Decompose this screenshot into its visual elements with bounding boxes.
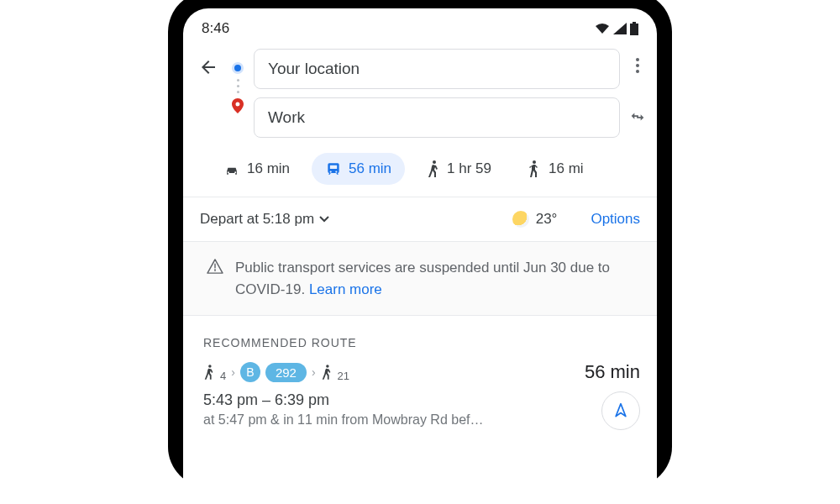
svg-point-6 <box>533 160 536 164</box>
status-bar: 8:46 <box>183 8 657 42</box>
directions-search: Your location Work <box>183 42 657 141</box>
input-actions <box>625 49 650 134</box>
temperature: 23° <box>536 211 558 228</box>
svg-point-8 <box>326 365 329 368</box>
status-icons <box>595 22 638 35</box>
mode-rideshare[interactable]: 16 mi <box>513 153 597 185</box>
bus-number-badge: 292 <box>265 363 307 382</box>
svg-point-7 <box>208 365 212 368</box>
destination-pin-icon <box>232 98 244 113</box>
car-icon <box>223 161 240 176</box>
signal-icon <box>613 23 627 34</box>
mode-rideshare-label: 16 mi <box>549 160 584 177</box>
rideshare-icon <box>527 160 542 178</box>
mode-walking-label: 1 hr 59 <box>447 160 491 177</box>
walk2-minutes: 21 <box>338 370 349 382</box>
origin-input[interactable]: Your location <box>254 49 620 89</box>
overflow-menu-button[interactable] <box>629 57 646 74</box>
mode-driving[interactable]: 16 min <box>210 153 303 185</box>
svg-rect-0 <box>630 24 638 35</box>
screen: 8:46 <box>183 8 657 487</box>
transit-alert: Public transport services are suspended … <box>183 242 657 316</box>
alert-text: Public transport services are suspended … <box>235 260 610 297</box>
options-button[interactable]: Options <box>591 211 640 228</box>
phone-frame: 8:46 <box>168 0 672 487</box>
weather-icon <box>512 211 529 228</box>
waypoint-indicators <box>227 49 249 113</box>
chevron-down-icon <box>319 216 329 223</box>
walk1-minutes: 4 <box>220 370 226 382</box>
chevron-right-icon: › <box>231 365 235 379</box>
svg-point-3 <box>636 64 639 67</box>
depart-label: Depart at 5:18 pm <box>200 211 314 228</box>
recommended-header: Recommended Route <box>183 316 657 358</box>
route-details: 5:43 pm – 6:39 pm at 5:47 pm & in 11 min… <box>203 391 640 430</box>
start-navigation-button[interactable] <box>601 391 640 430</box>
route-steps: 4 › B 292 › 21 <box>203 362 349 382</box>
wifi-icon <box>595 23 610 34</box>
svg-point-5 <box>433 160 436 164</box>
status-time: 8:46 <box>202 20 229 37</box>
learn-more-link[interactable]: Learn more <box>309 281 382 297</box>
chevron-right-icon: › <box>312 365 316 379</box>
route-dots-icon <box>237 79 239 93</box>
destination-input[interactable]: Work <box>254 97 620 138</box>
alert-body: Public transport services are suspended … <box>235 257 640 300</box>
walk-icon <box>203 364 215 381</box>
route-duration: 56 min <box>585 361 640 383</box>
recommended-route[interactable]: 4 › B 292 › 21 56 min 5:43 pm – 6:39 pm … <box>183 358 657 438</box>
route-time-range: 5:43 pm – 6:39 pm <box>203 391 483 409</box>
battery-icon <box>630 22 638 35</box>
svg-point-4 <box>636 70 639 73</box>
svg-point-2 <box>636 58 639 61</box>
walk-icon <box>427 160 440 178</box>
depart-row: Depart at 5:18 pm 23° Options <box>183 197 657 242</box>
transit-icon <box>325 160 342 177</box>
mode-driving-label: 16 min <box>247 160 290 177</box>
mode-transit-label: 56 min <box>349 160 391 177</box>
depart-time-selector[interactable]: Depart at 5:18 pm <box>200 211 329 228</box>
origin-dot-icon <box>232 62 244 74</box>
warning-icon <box>207 257 223 300</box>
route-summary: 4 › B 292 › 21 56 min <box>203 361 640 383</box>
route-departure-detail: at 5:47 pm & in 11 min from Mowbray Rd b… <box>203 412 483 428</box>
weather-display: 23° <box>512 211 558 228</box>
back-button[interactable] <box>195 49 222 86</box>
mode-transit[interactable]: 56 min <box>312 153 405 185</box>
travel-modes: 16 min 56 min 1 hr 59 16 mi <box>183 141 657 197</box>
location-inputs: Your location Work <box>254 49 620 138</box>
walk-icon <box>321 364 333 381</box>
swap-locations-button[interactable] <box>628 108 647 126</box>
mode-walking[interactable]: 1 hr 59 <box>413 153 505 185</box>
bus-line-badge: B <box>240 362 260 382</box>
svg-rect-1 <box>633 22 636 24</box>
